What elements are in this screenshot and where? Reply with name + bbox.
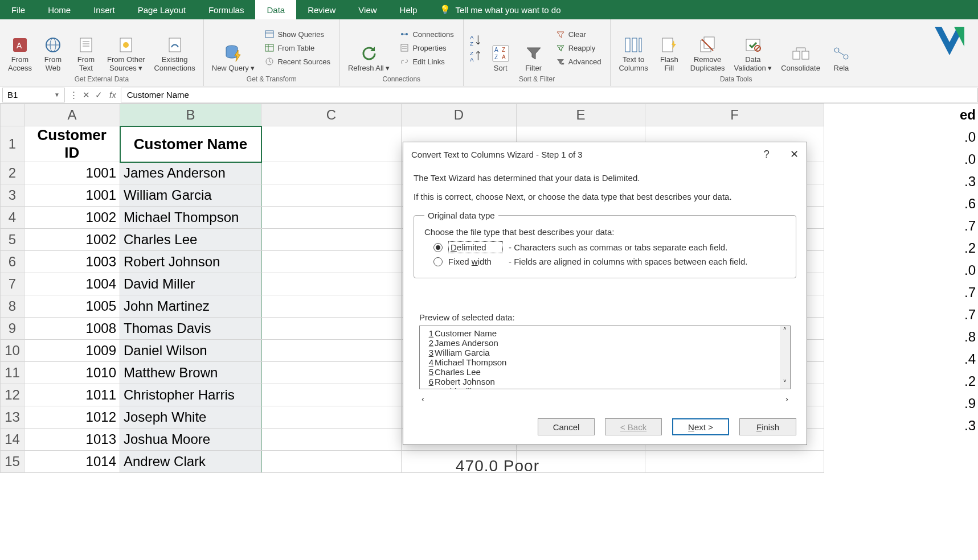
col-header-A[interactable]: A (24, 104, 120, 126)
cell-B11[interactable]: Matthew Brown (120, 362, 261, 384)
cell-B2[interactable]: James Anderson (120, 162, 261, 184)
tab-review[interactable]: Review (296, 0, 347, 19)
row-header[interactable]: 1 (1, 126, 24, 162)
cell-C8[interactable] (261, 295, 402, 318)
col-header-C[interactable]: C (261, 104, 402, 126)
cell-A11[interactable]: 1010 (24, 362, 120, 384)
cell-C2[interactable] (261, 162, 402, 184)
next-button[interactable]: Next > (672, 418, 729, 435)
row-header[interactable]: 14 (1, 429, 24, 451)
cell-C4[interactable] (261, 207, 402, 229)
cell-A1[interactable]: Customer ID (24, 126, 120, 162)
sort-desc-icon[interactable]: ZA (469, 50, 482, 62)
recent-sourcesbutton[interactable]: Recent Sources (261, 55, 334, 68)
cell-B12[interactable]: Christopher Harris (120, 384, 261, 406)
from-accessbutton[interactable]: AFromAccess (6, 22, 34, 74)
cell-B9[interactable]: Thomas Davis (120, 318, 261, 340)
cell-C5[interactable] (261, 229, 402, 251)
scroll-down-icon[interactable]: ˅ (783, 378, 787, 389)
radio-fixed-width[interactable]: Fixed width- Fields are aligned in colum… (433, 257, 785, 266)
cell-A10[interactable]: 1009 (24, 340, 120, 362)
cell-B15[interactable]: Andrew Clark (120, 451, 261, 473)
filter-button[interactable]: Filter (519, 22, 548, 74)
tab-file[interactable]: File (0, 0, 36, 19)
cell-A9[interactable]: 1008 (24, 318, 120, 340)
new-query-button[interactable]: New Query ▾ (210, 22, 257, 74)
cell-B7[interactable]: David Miller (120, 273, 261, 295)
finish-button[interactable]: Finish (739, 418, 796, 435)
cell-F15[interactable] (645, 451, 824, 473)
row-header[interactable]: 6 (1, 251, 24, 273)
col-header-B[interactable]: B (120, 104, 261, 126)
cell-B14[interactable]: Joshua Moore (120, 429, 261, 451)
cell-C7[interactable] (261, 273, 402, 295)
horizontal-scrollbar[interactable]: ‹ › (414, 393, 796, 405)
cell-A5[interactable]: 1002 (24, 229, 120, 251)
row-header[interactable]: 7 (1, 273, 24, 295)
sort-asc-icon[interactable]: AZ (469, 34, 482, 46)
cell-A6[interactable]: 1003 (24, 251, 120, 273)
tab-formulas[interactable]: Formulas (197, 0, 256, 19)
sort-button[interactable]: AZZA Sort (486, 22, 515, 74)
cell-A14[interactable]: 1013 (24, 429, 120, 451)
scroll-up-icon[interactable]: ˄ (783, 326, 787, 336)
clearbutton[interactable]: Clear (553, 28, 605, 40)
flash-fillbutton[interactable]: FlashFill (655, 22, 684, 74)
cell-A7[interactable]: 1004 (24, 273, 120, 295)
cell-A15[interactable]: 1014 (24, 451, 120, 473)
scroll-right-icon[interactable]: › (785, 394, 788, 403)
col-header-E[interactable]: E (517, 104, 645, 126)
cell-B10[interactable]: Daniel Wilson (120, 340, 261, 362)
row-header[interactable]: 2 (1, 162, 24, 184)
cell-B8[interactable]: John Martinez (120, 295, 261, 318)
col-header-F[interactable]: F (645, 104, 824, 126)
tab-view[interactable]: View (347, 0, 388, 19)
tab-page-layout[interactable]: Page Layout (126, 0, 197, 19)
edit-linksbutton[interactable]: Edit Links (396, 55, 457, 68)
tab-data[interactable]: Data (255, 0, 296, 19)
row-header[interactable]: 8 (1, 295, 24, 318)
advancedbutton[interactable]: ✦Advanced (553, 55, 605, 68)
cell-A12[interactable]: 1011 (24, 384, 120, 406)
row-header[interactable]: 11 (1, 362, 24, 384)
cell-A4[interactable]: 1002 (24, 207, 120, 229)
connectionsbutton[interactable]: Connections (396, 28, 457, 40)
name-box[interactable]: B1 ▼ (2, 88, 65, 102)
vertical-scrollbar[interactable]: ˄ ˅ (780, 326, 790, 389)
formula-input[interactable]: Customer Name (121, 88, 978, 102)
from-tablebutton[interactable]: From Table (261, 42, 334, 54)
from-webbutton[interactable]: FromWeb (39, 22, 67, 74)
refresh-all-button[interactable]: Refresh All ▾ (346, 22, 392, 74)
cancel-formula-button[interactable]: ✕ (80, 90, 92, 100)
cell-B6[interactable]: Robert Johnson (120, 251, 261, 273)
cell-A3[interactable]: 1001 (24, 184, 120, 207)
tab-help[interactable]: Help (388, 0, 429, 19)
text-to-columnsbutton[interactable]: Text toColumns (616, 22, 650, 74)
cell-A2[interactable]: 1001 (24, 162, 120, 184)
cell-B13[interactable]: Joseph White (120, 406, 261, 429)
cell-B3[interactable]: William Garcia (120, 184, 261, 207)
scroll-left-icon[interactable]: ‹ (422, 394, 424, 403)
relabutton[interactable]: Rela (827, 22, 856, 74)
tab-home[interactable]: Home (36, 0, 82, 19)
select-all-corner[interactable] (1, 104, 24, 126)
row-header[interactable]: 4 (1, 207, 24, 229)
from-textbutton[interactable]: FromText (72, 22, 100, 74)
cell-C14[interactable] (261, 429, 402, 451)
propertiesbutton[interactable]: Properties (396, 42, 457, 54)
row-header[interactable]: 12 (1, 384, 24, 406)
show-queriesbutton[interactable]: Show Queries (261, 28, 334, 40)
fx-icon[interactable]: fx (109, 90, 116, 100)
cell-C13[interactable] (261, 406, 402, 429)
cell-B1[interactable]: Customer Name (120, 126, 261, 162)
data-validation-button[interactable]: DataValidation ▾ (731, 22, 774, 74)
cell-C9[interactable] (261, 318, 402, 340)
reapplybutton[interactable]: Reapply (553, 42, 605, 54)
existing-connectionsbutton[interactable]: ExistingConnections (152, 22, 197, 74)
row-header[interactable]: 15 (1, 451, 24, 473)
tell-me[interactable]: 💡Tell me what you want to do (428, 0, 572, 19)
cancel-button[interactable]: Cancel (538, 418, 595, 435)
tab-insert[interactable]: Insert (82, 0, 126, 19)
cell-C10[interactable] (261, 340, 402, 362)
row-header[interactable]: 9 (1, 318, 24, 340)
